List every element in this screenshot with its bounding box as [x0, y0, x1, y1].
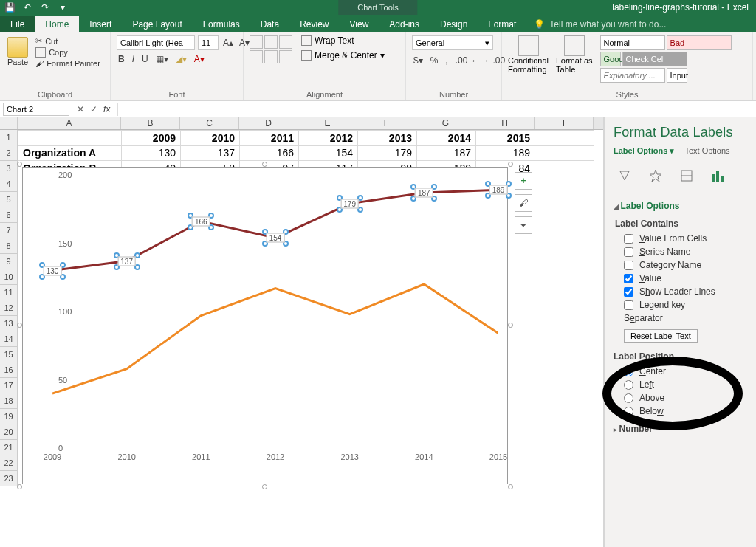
paste-button[interactable]: Paste — [6, 35, 30, 69]
insert-function-icon[interactable]: fx — [103, 104, 110, 114]
formula-bar-input[interactable] — [117, 103, 756, 116]
comma-format-button[interactable]: , — [444, 55, 449, 66]
size-properties-icon[interactable] — [678, 168, 695, 184]
row-header[interactable]: 8 — [0, 238, 18, 254]
tell-me-search[interactable]: 💡 Tell me what you want to do... — [526, 16, 673, 32]
value-checkbox[interactable]: Value — [614, 272, 747, 285]
tab-page-layout[interactable]: Page Layout — [122, 16, 192, 32]
undo-icon[interactable]: ↶ — [22, 2, 32, 13]
row-header[interactable]: 7 — [0, 223, 18, 238]
row-header[interactable]: 22 — [0, 455, 18, 471]
cell-style-good[interactable]: Good — [600, 52, 621, 66]
cell-style-bad[interactable]: Bad — [667, 35, 732, 50]
format-as-table-button[interactable]: Format as Table — [556, 35, 593, 83]
label-options-tab[interactable]: Label Options ▾ — [614, 146, 674, 156]
save-icon[interactable]: 💾 — [4, 2, 15, 13]
underline-button[interactable]: U — [140, 53, 150, 65]
cell-style-normal[interactable]: Normal — [600, 35, 665, 50]
cancel-formula-icon[interactable]: ✕ — [77, 104, 84, 114]
cell-style-explanatory[interactable]: Explanatory ... — [600, 68, 665, 83]
wrap-text-button[interactable]: Wrap Text — [301, 35, 385, 46]
cell-style-check-cell[interactable]: Check Cell — [622, 52, 687, 66]
name-box[interactable] — [3, 103, 69, 116]
chart-elements-button[interactable]: + — [515, 172, 532, 190]
merge-center-button[interactable]: Merge & Center▾ — [301, 50, 385, 61]
row-header[interactable]: 6 — [0, 207, 18, 223]
row-header[interactable]: 2 — [0, 145, 18, 161]
data-label[interactable]: 154 — [267, 233, 285, 243]
conditional-formatting-button[interactable]: Conditional Formatting — [508, 35, 549, 83]
data-label[interactable]: 137 — [117, 256, 136, 266]
cut-button[interactable]: ✂Cut — [34, 35, 102, 47]
text-options-tab[interactable]: Text Options — [684, 146, 729, 156]
row-header[interactable]: 5 — [0, 192, 18, 207]
customize-qat-icon[interactable]: ▾ — [58, 2, 68, 13]
fill-line-icon[interactable] — [616, 168, 633, 184]
row-header[interactable]: 9 — [0, 254, 18, 269]
font-color-button[interactable]: A▾ — [193, 53, 206, 65]
row-header[interactable]: 17 — [0, 378, 18, 393]
redo-icon[interactable]: ↷ — [40, 2, 50, 13]
data-label[interactable]: 189 — [489, 185, 508, 195]
tab-review[interactable]: Review — [289, 16, 339, 32]
row-header[interactable]: 21 — [0, 440, 18, 455]
category-name-checkbox[interactable]: Category Name — [614, 258, 747, 272]
chart-styles-button[interactable]: 🖌 — [515, 194, 532, 212]
alignment-buttons[interactable] — [250, 35, 292, 63]
row-header[interactable]: 15 — [0, 347, 18, 362]
tab-addins[interactable]: Add-ins — [379, 16, 430, 32]
accounting-format-button[interactable]: $▾ — [412, 55, 425, 66]
section-number[interactable]: Number — [614, 418, 747, 440]
chart-object[interactable]: 0501001502002009201020112012201320142015… — [22, 167, 508, 484]
number-format-dropdown[interactable]: General▾ — [412, 35, 493, 50]
data-label[interactable]: 179 — [340, 199, 359, 208]
data-label[interactable]: 166 — [192, 216, 210, 226]
row-header[interactable]: 4 — [0, 176, 18, 192]
value-from-cells-checkbox[interactable]: Value From Cells — [614, 232, 747, 245]
select-all-triangle[interactable] — [0, 117, 18, 129]
row-header[interactable]: 16 — [0, 362, 18, 378]
format-painter-button[interactable]: 🖌Format Painter — [34, 58, 102, 69]
data-label[interactable]: 187 — [415, 188, 433, 198]
font-name-input[interactable] — [117, 35, 195, 50]
copy-button[interactable]: Copy — [34, 47, 102, 58]
column-header[interactable]: C — [180, 117, 239, 129]
row-header[interactable]: 20 — [0, 424, 18, 440]
column-header[interactable]: G — [416, 117, 475, 129]
row-header[interactable]: 1 — [0, 130, 18, 145]
column-header[interactable]: E — [298, 117, 357, 129]
cell-style-input[interactable]: Input — [667, 68, 687, 83]
fill-color-button[interactable]: ◢▾ — [174, 53, 188, 65]
tab-insert[interactable]: Insert — [79, 16, 122, 32]
label-options-icon[interactable] — [709, 168, 726, 184]
tab-design[interactable]: Design — [430, 16, 478, 32]
position-left-radio[interactable]: Left — [614, 378, 747, 391]
increase-decimal-button[interactable]: .00→ — [454, 55, 478, 66]
row-header[interactable]: 23 — [0, 471, 18, 486]
column-header[interactable]: H — [475, 117, 535, 129]
row-header[interactable]: 14 — [0, 331, 18, 347]
increase-font-icon[interactable]: A▴ — [221, 37, 235, 49]
effects-icon[interactable] — [647, 168, 664, 184]
tab-data[interactable]: Data — [250, 16, 289, 32]
tab-format[interactable]: Format — [478, 16, 526, 32]
enter-formula-icon[interactable]: ✓ — [90, 104, 97, 114]
row-header[interactable]: 10 — [0, 269, 18, 285]
column-header[interactable]: I — [535, 117, 594, 129]
column-header[interactable]: D — [239, 117, 298, 129]
series-name-checkbox[interactable]: Series Name — [614, 245, 747, 258]
row-header[interactable]: 13 — [0, 316, 18, 331]
tab-file[interactable]: File — [0, 16, 35, 32]
data-label[interactable]: 130 — [44, 266, 62, 275]
bold-button[interactable]: B — [117, 53, 126, 65]
tab-view[interactable]: View — [340, 16, 379, 32]
position-above-radio[interactable]: Above — [614, 391, 747, 405]
row-header[interactable]: 19 — [0, 409, 18, 424]
borders-button[interactable]: ▦▾ — [154, 53, 170, 65]
percent-format-button[interactable]: % — [429, 55, 440, 66]
position-below-radio[interactable]: Below — [614, 405, 747, 418]
show-leader-lines-checkbox[interactable]: Show Leader Lines — [614, 285, 747, 298]
column-header[interactable]: B — [121, 117, 180, 129]
row-header[interactable]: 3 — [0, 161, 18, 176]
chart-filters-button[interactable]: ⏷ — [515, 216, 532, 234]
